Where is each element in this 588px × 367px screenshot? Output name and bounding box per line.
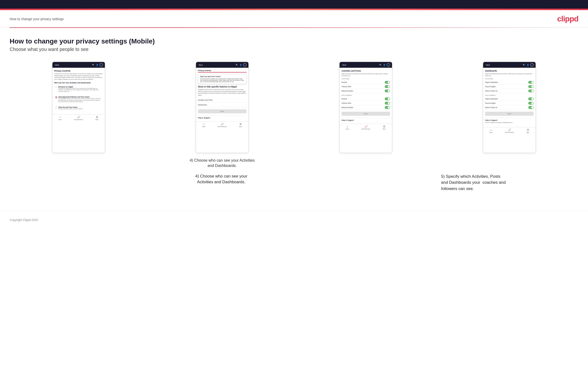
- toggle-coaches-player-switch-4[interactable]: ON: [528, 81, 534, 83]
- nav-home-3[interactable]: ⌂ Home: [346, 125, 349, 130]
- option-coach-only[interactable]: Only You and Your Coach Only you and the…: [54, 105, 103, 111]
- toggle-followers-rounds-switch-3[interactable]: ON: [385, 98, 390, 100]
- nav-menu-2[interactable]: ☰ Menu: [239, 123, 242, 127]
- nav-home-label-1: Home: [59, 119, 62, 120]
- radio-everyone[interactable]: [55, 86, 57, 88]
- radio-coach-only[interactable]: [55, 107, 57, 108]
- performance-icon-2: 📈: [221, 123, 224, 125]
- tooltip-body-2: Only you and the coaches you connect wit…: [200, 78, 244, 82]
- more-icon-2[interactable]: ⋮: [243, 63, 247, 67]
- toggle-followers-drills-3: Practice Drills ON: [341, 101, 390, 105]
- nav-home-4[interactable]: ⌂ Home: [489, 128, 493, 133]
- toggle-followers-workon-4: What To Work On ON: [485, 105, 534, 110]
- more-icon-4[interactable]: ⋮: [530, 63, 534, 67]
- option-everyone-desc: Everyone on Clippd can search for you an…: [59, 88, 102, 92]
- toggle-coaches-workon-switch-4[interactable]: ON: [528, 90, 534, 92]
- screenshots-grid: ‹ Back 🔍 👤 ⋮ Privacy Controls Control ho…: [10, 62, 578, 169]
- home-icon-3: ⌂: [347, 125, 348, 128]
- search-icon-4[interactable]: 🔍: [523, 63, 526, 66]
- privacy-controls-body-1: Control how you and your data appears to…: [54, 73, 103, 80]
- radio-approved[interactable]: [55, 96, 57, 98]
- page-title: How to change your privacy settings (Mob…: [10, 37, 578, 45]
- toggle-followers-player-switch-4[interactable]: ON: [528, 98, 534, 100]
- toggle-coaches-insights-switch-4[interactable]: ON: [528, 85, 534, 88]
- nav-performance-label-4: My Performance: [505, 132, 514, 133]
- menu-icon-4: ☰: [527, 128, 529, 131]
- toggle-followers-manual-3: Manual Activities ON: [341, 105, 390, 110]
- tab-privacy-controls[interactable]: Privacy Controls: [198, 70, 211, 72]
- back-icon-3[interactable]: ‹ Back: [341, 64, 346, 66]
- coaches-manual-label-3: Manual Activities: [341, 90, 353, 92]
- tooltip-title-2: Only You and Your Coach: [200, 76, 244, 77]
- more-icon-3[interactable]: ⋮: [387, 63, 390, 67]
- footer: Copyright Clippd 2022: [0, 211, 588, 229]
- show-hide-body-2: Regardless of the privacy controls that …: [198, 89, 247, 96]
- menu-icon-1: ☰: [96, 116, 98, 118]
- phone-bottom-nav-1: ⌂ Home 📈 My Performance ☰ Menu: [52, 114, 105, 122]
- nav-home-2[interactable]: ⌂ Home: [202, 123, 205, 127]
- nav-menu-label-4: Menu: [527, 132, 529, 133]
- activities-row-2[interactable]: Activities and Posts ›: [198, 98, 247, 103]
- toggle-coaches-drills-switch-3[interactable]: ON: [385, 85, 390, 88]
- coaches-drills-label-3: Practice Drills: [341, 86, 351, 87]
- user-icon-1[interactable]: 👤: [96, 63, 99, 66]
- back-icon-4[interactable]: ‹ Back: [485, 64, 490, 66]
- toggle-coaches-rounds-switch-3[interactable]: ON: [385, 81, 390, 83]
- phone-topbar-3: ‹ Back 🔍 👤 ⋮: [340, 62, 392, 68]
- nav-performance-2[interactable]: 📈 My Performance: [218, 123, 227, 127]
- followers-rounds-label-3: Rounds: [341, 98, 347, 100]
- caption-2: 4) Choose who can see your Activities an…: [189, 158, 256, 169]
- followers-player-label-4: Player Dashboard: [485, 98, 498, 100]
- screenshot-group-4: ‹ Back 🔍 👤 ⋮ Dashboards Select the dashb…: [441, 62, 578, 153]
- screenshot-group-2: ‹ Back 🔍 👤 ⋮ Privacy Controls Only You a…: [153, 62, 291, 169]
- followers-label-3: FOLLOWERS: [341, 95, 390, 96]
- option-approved[interactable]: Only Approved Followers and Your Coach O…: [54, 95, 103, 103]
- search-icon-3[interactable]: 🔍: [379, 63, 382, 66]
- activities-posts-title-3: Activities and Posts: [341, 70, 390, 72]
- toggle-coaches-manual-3: Manual Activities ON: [341, 89, 390, 93]
- page-subtitle: Choose what you want people to see: [10, 47, 578, 52]
- nav-home-1[interactable]: ⌂ Home: [59, 116, 62, 120]
- toggle-followers-insights-switch-4[interactable]: ON: [528, 102, 534, 104]
- toggle-followers-drills-switch-3[interactable]: ON: [385, 102, 390, 104]
- nav-performance-label-2: My Performance: [218, 126, 227, 127]
- followers-workon-label-4: What To Work On: [485, 107, 497, 108]
- coaches-player-label-4: Player Dashboard: [485, 81, 498, 83]
- toggle-coaches-manual-switch-3[interactable]: ON: [385, 90, 390, 92]
- screenshot-group-3: ‹ Back 🔍 👤 ⋮ Activities and Posts Select…: [297, 62, 435, 153]
- back-icon-2[interactable]: ‹ Back: [198, 64, 203, 66]
- save-btn-4[interactable]: Save: [485, 112, 534, 116]
- toggle-coaches-workon-4: What To Work On ON: [485, 89, 534, 93]
- search-icon-2[interactable]: 🔍: [235, 63, 238, 66]
- search-icon-1[interactable]: 🔍: [92, 63, 95, 66]
- user-icon-4[interactable]: 👤: [527, 63, 529, 66]
- followers-insights-label-4: Round Insights: [485, 102, 495, 104]
- nav-performance-4[interactable]: 📈 My Performance: [505, 128, 514, 133]
- nav-menu-3[interactable]: ☰ Menu: [383, 125, 386, 130]
- more-icon-1[interactable]: ⋮: [100, 63, 103, 67]
- coaches-label-3: COACHES: [341, 78, 390, 80]
- performance-icon-3: 📈: [364, 125, 367, 128]
- nav-menu-4[interactable]: ☰ Menu: [527, 128, 529, 133]
- dashboards-row-2[interactable]: Dashboards ›: [198, 103, 247, 107]
- toggle-followers-manual-switch-3[interactable]: ON: [385, 106, 390, 109]
- user-icon-3[interactable]: 👤: [383, 63, 386, 66]
- nav-menu-1[interactable]: ☰ Menu: [95, 116, 99, 120]
- save-btn-2[interactable]: Save: [198, 109, 247, 113]
- toggle-coaches-rounds-3: Rounds ON: [341, 80, 390, 84]
- save-btn-3[interactable]: Save: [341, 112, 390, 116]
- nav-performance-label-1: My Performance: [74, 119, 83, 120]
- tooltip-2: Only You and Your Coach Only you and the…: [198, 74, 247, 84]
- dashboards-arrow-2: ›: [246, 104, 247, 106]
- nav-performance-3[interactable]: 📈 My Performance: [362, 125, 370, 130]
- home-icon-4: ⌂: [490, 128, 492, 131]
- nav-performance-1[interactable]: 📈 My Performance: [74, 116, 83, 120]
- user-icon-2[interactable]: 👤: [239, 63, 242, 66]
- back-icon-1[interactable]: ‹ Back: [54, 64, 59, 66]
- nav-menu-label-2: Menu: [239, 126, 242, 127]
- toggle-followers-workon-switch-4[interactable]: ON: [528, 106, 534, 109]
- option-everyone[interactable]: Everyone on Clippd Everyone on Clippd ca…: [54, 85, 103, 93]
- followers-label-4: FOLLOWERS: [485, 95, 534, 96]
- option-approved-desc: Only approved followers and coaches you …: [59, 98, 102, 103]
- nav-menu-label-1: Menu: [95, 119, 99, 120]
